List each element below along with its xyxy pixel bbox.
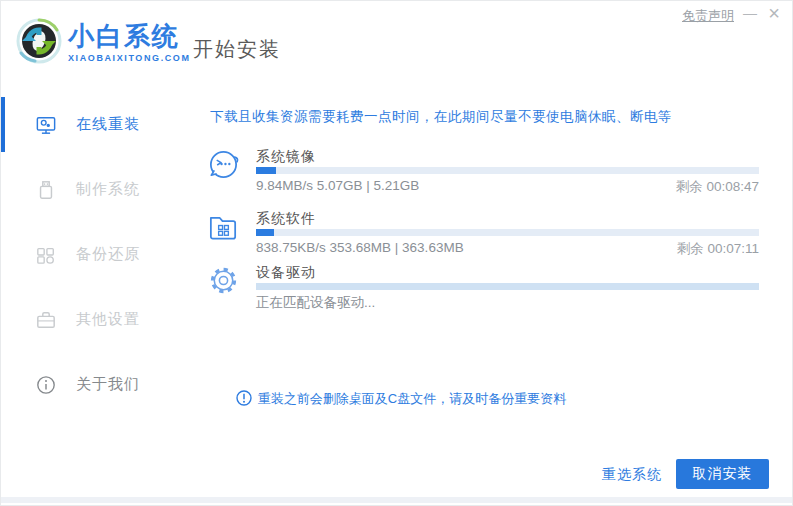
backup-warning: 重装之前会删除桌面及C盘文件，请及时备份重要资料 [186,390,616,408]
sidebar-item-label: 关于我们 [76,375,140,394]
sidebar-item-label: 在线重装 [76,115,140,134]
close-button[interactable]: × [762,1,786,25]
software-folder-icon [206,209,241,244]
task-remaining-time: 剩余 00:08:47 [676,178,759,196]
driver-gear-icon [206,263,241,298]
make-system-usb-icon [36,179,56,201]
mascot-face-icon [206,147,241,182]
other-settings-briefcase-icon [36,309,56,331]
page-title: 开始安装 [193,36,281,63]
task-row-device-driver: 设备驱动 正在匹配设备驱动... [206,263,759,313]
backup-warning-text: 重装之前会删除桌面及C盘文件，请及时备份重要资料 [258,391,566,406]
sidebar-item-about-us[interactable]: 关于我们 [1,357,186,412]
disclaimer-link[interactable]: 免责声明 [682,7,734,25]
app-window: 小白系统 XIAOBAIXITONG.COM 开始安装 免责声明 — × 在线重… [0,0,793,506]
sidebar-item-make-system[interactable]: 制作系统 [1,162,186,217]
sidebar-item-other-settings[interactable]: 其他设置 [1,292,186,347]
logo-subtitle: XIAOBAIXITONG.COM [68,53,191,63]
task-progress-bar [256,229,759,236]
online-reinstall-monitor-icon [36,114,56,136]
sidebar-item-label: 制作系统 [76,180,140,199]
minimize-button[interactable]: — [738,1,762,25]
task-stats: 9.84MB/s 5.07GB | 5.21GB [256,178,419,193]
logo-title: 小白系统 [68,22,191,51]
about-us-info-icon [36,374,56,396]
task-progress-fill [256,167,276,174]
task-remaining-time: 剩余 00:07:11 [677,240,759,258]
task-title: 系统镜像 [256,148,316,166]
task-progress-fill [256,229,274,236]
xiaobai-logo-icon [15,17,63,65]
overall-progress-track [1,497,792,503]
task-title: 系统软件 [256,210,316,228]
exclamation-circle-icon [236,390,252,406]
task-progress-bar [256,167,759,174]
logo-text-block: 小白系统 XIAOBAIXITONG.COM [68,22,191,63]
task-row-system-image: 系统镜像 9.84MB/s 5.07GB | 5.21GB 剩余 00:08:4… [206,147,759,197]
backup-restore-squares-icon [36,244,56,266]
task-progress-bar [256,283,759,290]
task-stats: 正在匹配设备驱动... [256,294,375,312]
task-stats: 838.75KB/s 353.68MB | 363.63MB [256,240,464,255]
task-title: 设备驱动 [256,264,316,282]
sidebar-item-online-reinstall[interactable]: 在线重装 [1,97,186,152]
cancel-install-button[interactable]: 取消安装 [676,459,769,489]
reselect-system-link[interactable]: 重选系统 [602,466,662,484]
sidebar-item-label: 其他设置 [76,310,140,329]
download-notice: 下载且收集资源需要耗费一点时间，在此期间尽量不要使电脑休眠、断电等 [186,108,696,126]
sidebar-item-label: 备份还原 [76,245,140,264]
sidebar-item-backup-restore[interactable]: 备份还原 [1,227,186,282]
task-row-system-software: 系统软件 838.75KB/s 353.68MB | 363.63MB 剩余 0… [206,209,759,259]
